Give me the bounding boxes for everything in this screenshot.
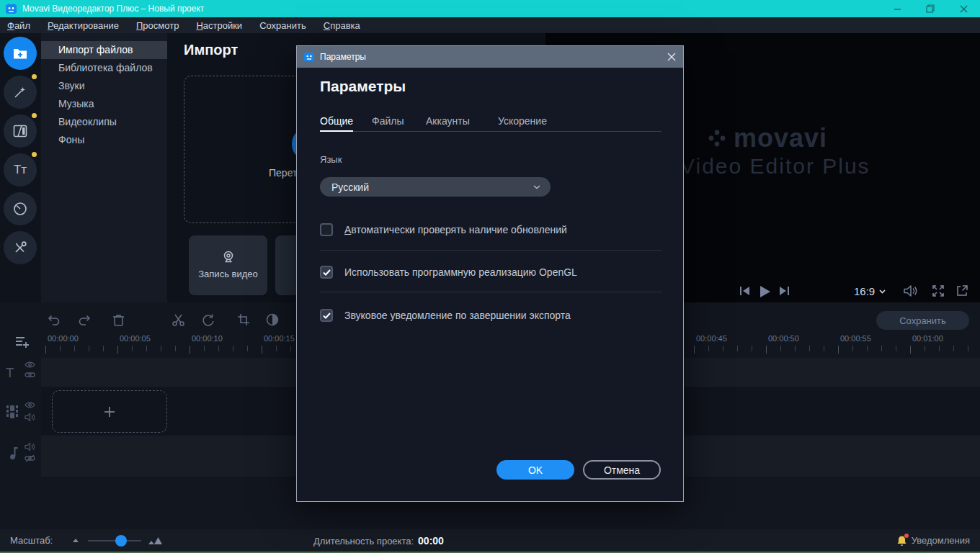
checkbox-opengl-label: Использовать программную реализацию Open…	[344, 266, 577, 278]
brand-subtitle: Video Editor Plus	[680, 154, 870, 179]
checkbox-updates-label: Автоматически проверять наличие обновлен…	[344, 224, 567, 235]
status-bar: Масштаб: Длительность проекта:00:00 Увед…	[0, 529, 980, 552]
ruler-tick	[910, 346, 911, 354]
checkbox-row-sound[interactable]: Звуковое уведомление по завершении экспо…	[320, 309, 571, 322]
tab-accounts[interactable]: Аккаунты	[426, 115, 470, 127]
notifications-button[interactable]: Уведомления	[896, 535, 970, 547]
aspect-ratio-select[interactable]: 16:9	[854, 285, 886, 297]
sidebar-import-button[interactable]	[4, 37, 37, 70]
rotate-icon[interactable]	[201, 313, 215, 327]
skip-next-button[interactable]	[778, 284, 790, 297]
cut-icon[interactable]	[172, 313, 185, 327]
ruler-tick	[766, 346, 767, 354]
ruler-tick	[204, 346, 205, 351]
menu-help[interactable]: Справка	[324, 20, 360, 31]
tool-sidebar: Tт	[0, 33, 41, 302]
zoom-out-icon[interactable]	[72, 536, 82, 543]
ruler-tick	[89, 346, 89, 351]
tab-files[interactable]: Файлы	[372, 115, 404, 127]
panel-item-music[interactable]: Музыка	[41, 95, 167, 113]
menu-file[interactable]: Файл	[7, 20, 30, 31]
menu-edit[interactable]: Редактирование	[48, 20, 119, 31]
sidebar-tools-button[interactable]	[4, 231, 37, 264]
sidebar-filters-button[interactable]	[4, 76, 37, 109]
audio-track-link-off-icon[interactable]	[24, 454, 35, 462]
save-project-button[interactable]: Сохранить	[876, 311, 969, 330]
ok-button[interactable]: OK	[496, 460, 574, 480]
panel-item-import-files[interactable]: Импорт файлов	[41, 41, 167, 59]
project-duration-label: Длительность проекта:	[313, 536, 414, 547]
text-track-icon: T	[6, 365, 14, 381]
sidebar-timer-button[interactable]	[4, 192, 37, 225]
movavi-app-icon	[6, 4, 17, 14]
ruler-tick	[737, 346, 738, 351]
titles-icon: Tт	[14, 163, 27, 177]
panel-item-videoclips[interactable]: Видеоклипы	[41, 113, 167, 131]
language-select[interactable]: Русский	[320, 177, 551, 197]
text-track-visibility-icon[interactable]	[24, 361, 35, 369]
detach-window-icon[interactable]	[956, 284, 968, 297]
titles-badge-dot	[32, 152, 37, 157]
ruler-tick	[838, 346, 839, 354]
checkbox-updates[interactable]	[320, 223, 333, 236]
panel-item-backgrounds[interactable]: Фоны	[41, 131, 167, 149]
audio-track-mute-icon[interactable]	[24, 442, 35, 451]
zoom-slider-handle[interactable]	[115, 535, 127, 547]
delete-icon[interactable]	[112, 313, 125, 327]
add-track-icon[interactable]	[14, 335, 30, 349]
ruler-tick	[708, 346, 709, 351]
add-clip-placeholder[interactable]	[52, 390, 167, 433]
aspect-ratio-value: 16:9	[854, 285, 875, 297]
undo-icon[interactable]	[46, 313, 61, 327]
zoom-slider-track[interactable]	[88, 540, 141, 541]
redo-icon[interactable]	[78, 313, 92, 327]
checkbox-opengl[interactable]	[320, 266, 333, 279]
audio-track-icon	[6, 446, 18, 461]
language-value: Русский	[331, 181, 369, 193]
zoom-in-icon[interactable]	[148, 536, 164, 545]
transition-icon	[13, 125, 27, 138]
close-button[interactable]	[947, 0, 980, 17]
ruler-tick	[968, 346, 968, 351]
ruler-tick	[881, 346, 882, 351]
window-title: Movavi Видеоредактор Плюс – Новый проект	[22, 4, 204, 14]
zoom-label: Масштаб:	[10, 535, 53, 546]
fullscreen-icon[interactable]	[932, 284, 945, 297]
ruler-tick	[218, 346, 219, 351]
sidebar-titles-button[interactable]: Tт	[4, 153, 37, 186]
minimize-button[interactable]	[881, 0, 914, 17]
crop-icon[interactable]	[237, 313, 250, 326]
ruler-tick	[276, 346, 277, 351]
import-nav-panel: Импорт файлов Библиотека файлов Звуки Му…	[41, 33, 167, 302]
checkbox-row-updates[interactable]: Автоматически проверять наличие обновлен…	[320, 223, 567, 236]
brand-name: movavi	[734, 123, 827, 153]
dialog-close-icon[interactable]	[667, 53, 676, 61]
record-video-card[interactable]: Запись видео	[189, 235, 267, 295]
sidebar-transitions-button[interactable]	[4, 114, 37, 148]
video-track-mute-icon[interactable]	[24, 413, 35, 422]
ruler-tick	[939, 346, 940, 351]
skip-prev-button[interactable]	[739, 284, 752, 297]
play-button[interactable]	[757, 284, 772, 299]
panel-item-sounds[interactable]: Звуки	[41, 77, 167, 95]
tab-general[interactable]: Общие	[320, 115, 353, 127]
menu-save[interactable]: Сохранить	[259, 20, 306, 31]
panel-item-file-library[interactable]: Библиотека файлов	[41, 59, 167, 77]
checkbox-sound[interactable]	[320, 309, 333, 322]
video-track-visibility-icon[interactable]	[24, 401, 35, 409]
ruler-tick	[925, 346, 925, 351]
ruler-tick	[780, 346, 781, 351]
ruler-tick	[132, 346, 133, 351]
ruler-tick	[824, 346, 824, 351]
cancel-button[interactable]: Отмена	[583, 460, 661, 480]
tab-acceleration[interactable]: Ускорение	[498, 115, 547, 127]
folder-add-icon	[12, 46, 28, 60]
checkbox-row-opengl[interactable]: Использовать программную реализацию Open…	[320, 266, 577, 279]
restore-button[interactable]	[914, 0, 947, 17]
menu-settings[interactable]: Настройки	[196, 20, 242, 31]
text-track-link-icon[interactable]	[24, 372, 35, 378]
volume-icon[interactable]	[903, 284, 919, 297]
menu-view[interactable]: Просмотр	[136, 20, 179, 31]
ruler-tick	[233, 346, 233, 351]
color-adjust-icon[interactable]	[266, 313, 279, 326]
